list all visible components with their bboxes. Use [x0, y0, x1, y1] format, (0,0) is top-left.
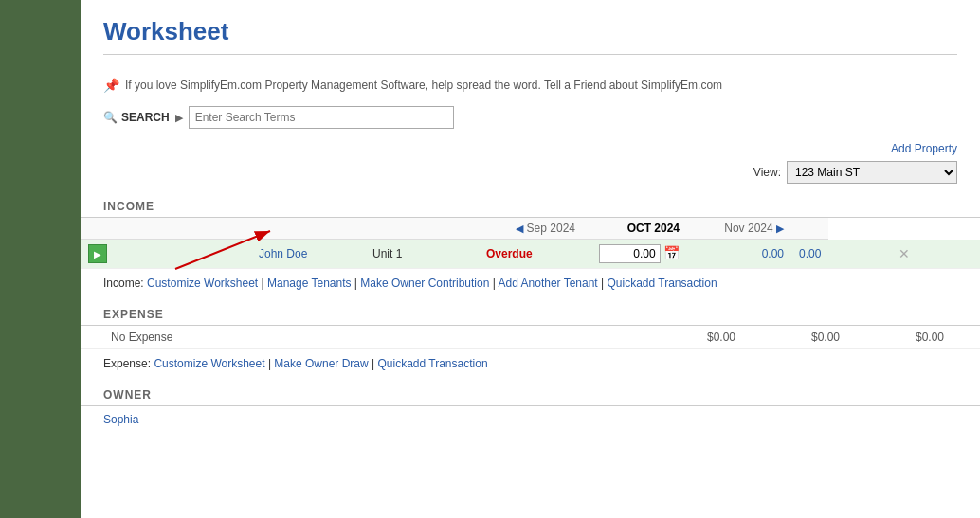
search-icon: 🔍	[103, 111, 118, 124]
toolbar: Add Property	[81, 138, 980, 161]
header-divider	[103, 54, 957, 55]
search-arrow: ▶	[175, 112, 183, 124]
owner-section-header: OWNER	[81, 380, 980, 406]
expense-next-amount: $0.00	[847, 326, 952, 349]
income-prefix: Income:	[103, 277, 144, 290]
th-month-prev: ◀ Sep 2024	[479, 218, 583, 240]
banner: 📌 If you love SimplifyEm.com Property Ma…	[81, 74, 980, 100]
add-tenant-link[interactable]: Add Another Tenant	[499, 277, 598, 290]
amount-prev-link[interactable]: 0.00	[762, 247, 784, 260]
owner-row: Sophia	[81, 406, 980, 432]
th-unit	[251, 218, 365, 240]
income-table-header: ◀ Sep 2024 OCT 2024 Nov 2024 ▶	[81, 218, 980, 240]
no-expense-row: No Expense $0.00 $0.00 $0.00	[81, 326, 980, 349]
play-btn-cell: ▶	[81, 240, 251, 269]
owner-name-link[interactable]: Sophia	[103, 413, 138, 426]
expense-close-cell	[952, 326, 980, 349]
amount-input[interactable]	[599, 244, 661, 263]
close-row-icon[interactable]: ✕	[898, 246, 910, 261]
page-title: Worksheet	[103, 17, 957, 46]
sidebar	[0, 0, 81, 518]
status-cell: Overdue	[479, 240, 583, 269]
quickadd-expense-link[interactable]: Quickadd Transaction	[378, 357, 488, 370]
search-input[interactable]	[189, 106, 454, 129]
income-action-links: Income: Customize Worksheet | Manage Ten…	[81, 269, 980, 299]
calendar-icon[interactable]: 📅	[663, 245, 680, 260]
manage-tenants-link[interactable]: Manage Tenants	[267, 277, 352, 290]
expense-table: No Expense $0.00 $0.00 $0.00	[81, 326, 980, 349]
amount-prev-cell: 0.00	[687, 240, 791, 269]
status-overdue-badge: Overdue	[486, 247, 533, 260]
expense-icon-cell	[81, 326, 103, 349]
next-month-arrow[interactable]: ▶	[776, 223, 784, 234]
th-status	[365, 218, 479, 240]
expense-prev-amount: $0.00	[639, 326, 743, 349]
quickadd-income-link[interactable]: Quickadd Transaction	[608, 277, 717, 290]
th-name	[81, 218, 251, 240]
search-bar: 🔍 SEARCH ▶	[81, 100, 980, 138]
tenant-name-cell: John Doe	[251, 240, 365, 269]
expense-title: EXPENSE	[103, 308, 164, 321]
amount-next-link[interactable]: 0.00	[799, 247, 821, 260]
th-close	[791, 218, 828, 240]
make-contribution-link[interactable]: Make Owner Contribution	[360, 277, 489, 290]
income-table: ◀ Sep 2024 OCT 2024 Nov 2024 ▶ ▶ John Do…	[81, 218, 980, 269]
expand-row-button[interactable]: ▶	[88, 244, 107, 263]
pin-icon: 📌	[103, 78, 119, 93]
income-row: ▶ John Doe Unit 1 Overdue 📅 0.00 0.00	[81, 240, 980, 269]
amount-input-cell: 📅	[583, 240, 687, 269]
expense-section-header: EXPENSE	[81, 299, 980, 326]
expense-current-amount: $0.00	[743, 326, 847, 349]
customize-expense-link[interactable]: Customize Worksheet	[154, 357, 264, 370]
search-label: 🔍 SEARCH	[103, 111, 170, 124]
main-content: Worksheet 📌 If you love SimplifyEm.com P…	[81, 0, 980, 518]
income-title: INCOME	[103, 200, 154, 213]
unit-cell: Unit 1	[365, 240, 479, 269]
amount-next-cell: 0.00	[791, 240, 828, 269]
owner-title: OWNER	[103, 388, 152, 402]
add-property-link[interactable]: Add Property	[891, 142, 957, 155]
view-row: View: 123 Main ST	[81, 161, 980, 191]
view-select[interactable]: 123 Main ST	[787, 161, 957, 184]
customize-worksheet-link[interactable]: Customize Worksheet	[147, 277, 258, 290]
expense-action-links: Expense: Customize Worksheet | Make Owne…	[81, 349, 980, 380]
make-draw-link[interactable]: Make Owner Draw	[274, 357, 368, 370]
no-expense-label: No Expense	[103, 326, 639, 349]
prev-month-arrow[interactable]: ◀	[516, 223, 523, 234]
page-header: Worksheet	[81, 0, 980, 74]
tenant-name-link[interactable]: John Doe	[259, 247, 307, 260]
view-label: View:	[753, 166, 781, 179]
th-month-next: Nov 2024 ▶	[687, 218, 791, 240]
close-btn-cell: ✕	[828, 240, 980, 269]
income-section-header: INCOME	[81, 191, 980, 218]
banner-text: If you love SimplifyEm.com Property Mana…	[125, 79, 722, 92]
expense-prefix: Expense:	[103, 357, 151, 370]
th-month-current: OCT 2024	[583, 218, 687, 240]
